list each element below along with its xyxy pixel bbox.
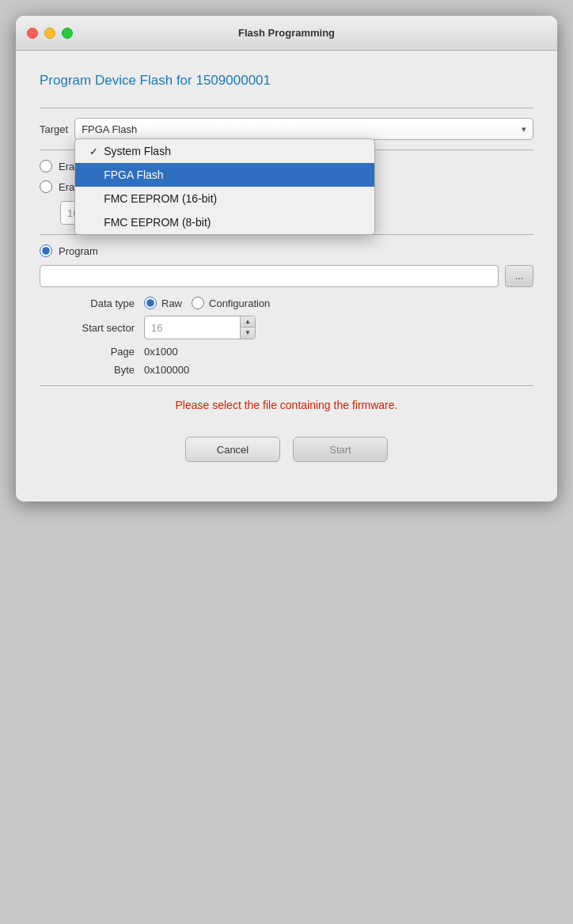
titlebar: Flash Programming (16, 16, 557, 51)
dropdown-label-fpga-flash: FPGA Flash (104, 169, 163, 181)
byte-label: Byte (40, 364, 135, 376)
byte-value: 0x100000 (144, 364, 189, 376)
button-row: Cancel Start (40, 437, 533, 478)
program-label: Program (59, 245, 98, 257)
program-radio[interactable] (40, 244, 52, 257)
separator-before-error (40, 385, 533, 386)
start-sector-wrapper: ▲ ▼ (144, 316, 256, 339)
titlebar-buttons (27, 28, 73, 39)
target-row: Target FPGA Flash ✓ System Flash FPGA Fl… (40, 118, 533, 140)
dropdown-item-fpga-flash[interactable]: FPGA Flash (75, 163, 374, 187)
dropdown-item-fmc-8[interactable]: FMC EEPROM (8-bit) (75, 210, 374, 234)
erase-sectors-radio[interactable] (40, 180, 52, 193)
dropdown-label-fmc-16: FMC EEPROM (16-bit) (104, 192, 217, 205)
data-type-row: Data type Raw Configuration (40, 297, 533, 309)
raw-label: Raw (161, 297, 182, 309)
device-header: Program Device Flash for 1509000001 (40, 73, 533, 89)
erase-all-radio[interactable] (40, 160, 52, 172)
close-button[interactable] (27, 28, 38, 39)
start-sector-down[interactable]: ▼ (241, 328, 255, 339)
start-button[interactable]: Start (293, 437, 388, 462)
page-value: 0x1000 (144, 346, 178, 358)
target-select-wrapper: FPGA Flash ✓ System Flash FPGA Flash FMC… (74, 118, 533, 140)
file-input-wrapper (40, 265, 499, 287)
start-sector-stepper: ▲ ▼ (240, 316, 255, 339)
error-message: Please select the file containing the fi… (40, 399, 533, 411)
data-type-config-group: Configuration (192, 297, 270, 309)
window-title: Flash Programming (238, 27, 335, 39)
dropdown-label-fmc-8: FMC EEPROM (8-bit) (104, 216, 211, 229)
configuration-radio[interactable] (192, 297, 204, 309)
minimize-button[interactable] (44, 28, 55, 39)
page-row: Page 0x1000 (40, 346, 533, 358)
separator-top (40, 108, 533, 108)
start-sector-input[interactable] (145, 316, 240, 339)
checkmark-system-flash: ✓ (88, 146, 99, 157)
page-label: Page (40, 346, 135, 358)
configuration-label: Configuration (209, 297, 270, 309)
cancel-button[interactable]: Cancel (185, 437, 280, 462)
main-window: Flash Programming Program Device Flash f… (16, 16, 557, 502)
start-sector-row: Start sector ▲ ▼ (40, 316, 533, 339)
window-content: Program Device Flash for 1509000001 Targ… (16, 51, 557, 502)
file-row: ... (40, 265, 533, 287)
target-select[interactable]: FPGA Flash (74, 118, 533, 140)
maximize-button[interactable] (62, 28, 73, 39)
dropdown-label-system-flash: System Flash (104, 145, 171, 157)
dropdown-item-system-flash[interactable]: ✓ System Flash (75, 139, 374, 163)
target-dropdown-menu: ✓ System Flash FPGA Flash FMC EEPROM (16… (74, 138, 375, 235)
target-label: Target (40, 123, 68, 135)
byte-row: Byte 0x100000 (40, 364, 533, 376)
device-header-text: Program Device Flash for 1509000001 (40, 73, 271, 88)
data-type-label: Data type (40, 297, 135, 309)
dropdown-item-fmc-16[interactable]: FMC EEPROM (16-bit) (75, 187, 374, 210)
data-type-raw-group: Raw (144, 297, 182, 309)
target-selected-value: FPGA Flash (82, 123, 137, 135)
start-sector-up[interactable]: ▲ (241, 316, 255, 328)
raw-radio[interactable] (144, 297, 157, 309)
program-row: Program (40, 244, 533, 257)
file-path-input[interactable] (44, 271, 495, 282)
browse-button[interactable]: ... (505, 265, 533, 287)
start-sector-label: Start sector (40, 322, 135, 334)
